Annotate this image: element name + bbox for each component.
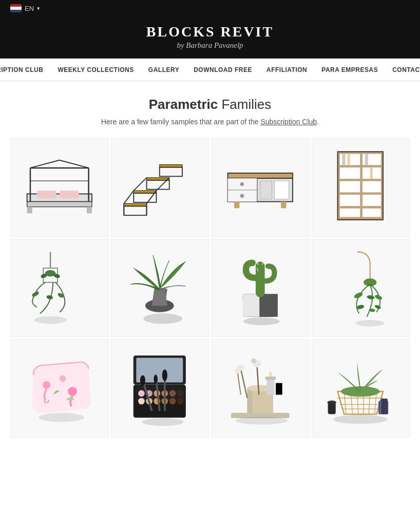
- page-title: Parametric Families: [10, 97, 410, 112]
- nav-affiliation[interactable]: AFFILIATION: [266, 66, 307, 73]
- page-title-bold: Parametric: [149, 97, 218, 112]
- nav-weekly-collections[interactable]: WEEKLY COLLECTIONS: [58, 66, 133, 73]
- svg-rect-33: [260, 181, 272, 199]
- nav-subscription-club[interactable]: SUBSCRIPTION CLUB: [0, 66, 43, 73]
- svg-point-89: [139, 390, 145, 397]
- svg-point-83: [60, 375, 66, 382]
- svg-rect-140: [381, 399, 388, 414]
- svg-rect-1: [27, 202, 92, 207]
- lang-label: EN: [25, 5, 34, 12]
- grid-item-plant-basket[interactable]: [312, 339, 410, 438]
- svg-point-105: [140, 375, 145, 385]
- svg-point-142: [328, 401, 337, 405]
- svg-line-5: [30, 160, 60, 168]
- svg-point-107: [154, 374, 158, 384]
- svg-point-93: [169, 390, 176, 397]
- product-grid: [10, 138, 410, 438]
- svg-point-59: [57, 292, 65, 299]
- main-content: Parametric Families Here are a few famil…: [0, 81, 420, 458]
- svg-rect-36: [281, 202, 286, 209]
- svg-rect-47: [362, 208, 381, 217]
- grid-item-cactus[interactable]: [211, 239, 310, 337]
- subscription-club-link[interactable]: Subscription Club: [260, 118, 317, 126]
- svg-point-110: [142, 418, 184, 426]
- svg-rect-46: [340, 208, 360, 217]
- svg-rect-66: [243, 294, 260, 317]
- svg-point-94: [177, 390, 184, 397]
- svg-rect-11: [87, 207, 92, 214]
- svg-rect-26: [228, 173, 293, 178]
- svg-rect-10: [27, 207, 32, 214]
- subtext-before: Here are a few family samples that are p…: [101, 118, 260, 126]
- svg-point-57: [31, 291, 40, 298]
- site-subtitle: by Barbara Pavanelp: [10, 41, 410, 50]
- svg-point-109: [162, 369, 167, 381]
- grid-item-potted-plant[interactable]: [111, 239, 209, 337]
- svg-rect-8: [37, 191, 56, 198]
- grid-item-canopy-bed[interactable]: [10, 138, 109, 237]
- svg-rect-44: [340, 195, 360, 206]
- svg-rect-51: [370, 167, 373, 179]
- svg-point-99: [169, 398, 176, 405]
- svg-line-114: [241, 369, 247, 398]
- svg-point-60: [34, 316, 66, 324]
- svg-rect-125: [276, 383, 282, 395]
- svg-rect-122: [265, 377, 276, 380]
- svg-point-124: [269, 371, 273, 377]
- grid-item-bookshelf[interactable]: [312, 138, 410, 237]
- svg-point-81: [356, 320, 385, 327]
- svg-rect-13: [124, 206, 147, 215]
- svg-rect-9: [60, 191, 79, 198]
- flag-icon: [10, 4, 22, 12]
- svg-rect-49: [348, 154, 350, 165]
- svg-rect-48: [342, 154, 346, 165]
- svg-point-118: [235, 368, 240, 373]
- svg-rect-34: [275, 181, 289, 199]
- page-title-normal: Families: [218, 97, 271, 112]
- grid-item-makeup-palette[interactable]: [111, 339, 209, 438]
- svg-rect-42: [340, 181, 360, 193]
- svg-point-80: [374, 305, 381, 310]
- svg-rect-45: [362, 195, 381, 206]
- nav-gallery[interactable]: GALLERY: [148, 66, 179, 73]
- svg-point-32: [240, 194, 244, 198]
- svg-point-143: [333, 415, 388, 424]
- svg-point-76: [367, 295, 375, 300]
- grid-item-shelving-unit[interactable]: [111, 138, 209, 237]
- svg-point-120: [251, 359, 256, 364]
- main-nav: SUBSCRIPTION CLUB WEEKLY COLLECTIONS GAL…: [0, 59, 420, 81]
- svg-rect-121: [266, 379, 274, 395]
- site-header: BLOCKS REVIT by Barbara Pavanelp: [0, 16, 420, 59]
- grid-item-hanging-plant[interactable]: [10, 239, 109, 337]
- svg-rect-40: [340, 167, 360, 179]
- svg-point-72: [243, 317, 280, 325]
- svg-point-82: [43, 381, 50, 389]
- svg-line-115: [238, 372, 241, 394]
- svg-point-62: [144, 314, 183, 324]
- grid-item-sideboard[interactable]: [211, 138, 310, 237]
- svg-point-58: [46, 295, 53, 300]
- nav-para-empresas[interactable]: PARA EMPRESAS: [321, 66, 378, 73]
- nav-contact[interactable]: CONTACT: [392, 66, 420, 73]
- nav-download-free[interactable]: DOWNLOAD FREE: [194, 66, 252, 73]
- svg-rect-43: [362, 181, 381, 193]
- grid-item-cosmetic-bag[interactable]: [10, 339, 109, 438]
- svg-point-85: [39, 413, 84, 422]
- svg-rect-50: [365, 154, 368, 165]
- svg-point-31: [240, 182, 244, 186]
- site-title: BLOCKS REVIT: [10, 24, 410, 40]
- svg-rect-52: [50, 252, 51, 269]
- svg-rect-35: [234, 202, 239, 209]
- subtext-after: .: [317, 118, 319, 126]
- svg-point-84: [68, 387, 77, 396]
- svg-point-100: [177, 398, 184, 405]
- grid-item-decorative-set[interactable]: [211, 339, 310, 438]
- svg-line-24: [134, 178, 147, 191]
- page-subtext: Here are a few family samples that are p…: [10, 118, 410, 126]
- svg-rect-67: [259, 294, 277, 317]
- grid-item-hanging-vine[interactable]: [312, 239, 410, 337]
- top-bar: EN ▾: [0, 0, 420, 16]
- svg-rect-21: [160, 167, 182, 177]
- chevron-down-icon[interactable]: ▾: [37, 5, 40, 12]
- svg-point-95: [139, 398, 145, 405]
